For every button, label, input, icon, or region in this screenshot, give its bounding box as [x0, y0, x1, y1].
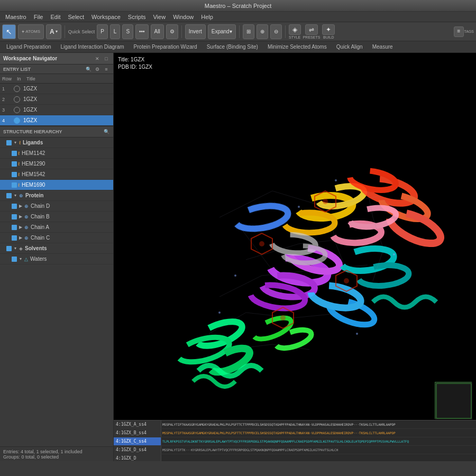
build-label: BUILD [323, 35, 334, 39]
col-row-header: Row [2, 76, 17, 81]
fit-icon: ⊞ [246, 29, 251, 34]
hier-item-chain-c[interactable]: ▶ ⊕ Chain C [0, 233, 113, 243]
presets-button[interactable]: ⇌ [305, 24, 318, 35]
invert-button[interactable]: Invert [185, 24, 206, 39]
entry-title-3: 1GZX [23, 107, 111, 113]
col-title-header: Title [26, 76, 111, 81]
hier-expand-solvents[interactable]: ▾ [13, 246, 18, 251]
l-button[interactable]: L [110, 24, 121, 39]
menu-view[interactable]: View [150, 13, 169, 21]
s-button[interactable]: S [122, 24, 133, 39]
entry-num-4: 4 [2, 118, 13, 123]
style-button[interactable]: ◈ [289, 24, 301, 35]
settings-button[interactable]: ⚙ [166, 24, 178, 39]
zoom-in-button[interactable]: ⊕ [257, 24, 268, 39]
workspace-nav-expand-icon[interactable]: □ [103, 55, 110, 62]
hier-expand-chain-c[interactable]: ▶ [18, 235, 23, 241]
svg-rect-63 [435, 382, 472, 419]
viewport[interactable]: Title: 1GZX PDB ID: 1GZX [114, 53, 476, 461]
all-button[interactable]: All [151, 24, 164, 39]
menu-bar: Maestro File Edit Select Workspace Scrip… [0, 12, 476, 22]
title-text: Maestro – Scratch Project [205, 3, 272, 9]
title-bar: Maestro – Scratch Project [0, 0, 476, 12]
tab-ligand-prep[interactable]: Ligand Preparation [2, 43, 56, 51]
hier-square-hem1542 [12, 172, 17, 177]
menu-workspace[interactable]: Workspace [88, 13, 124, 21]
p-button[interactable]: P [97, 24, 108, 39]
hier-square-chain-a [12, 225, 17, 230]
hier-item-hem1290[interactable]: ℓ HEM1290 [0, 159, 113, 169]
tab-protein-prep[interactable]: Protein Preparation Wizard [130, 43, 202, 51]
tab-measure[interactable]: Measure [368, 43, 397, 51]
dots-button[interactable]: ••• [135, 24, 149, 39]
hier-label-waters: Waters [30, 256, 111, 262]
build-button[interactable]: ✦ [322, 24, 335, 35]
hier-expand-chain-b[interactable]: ▶ [18, 214, 23, 219]
tab-ligand-interaction[interactable]: Ligand Interaction Diagram [57, 43, 129, 51]
entry-dot-2 [14, 96, 20, 103]
hier-item-ligands[interactable]: ▾ ℓ Ligands [0, 138, 113, 148]
menu-scripts[interactable]: Scripts [125, 13, 149, 21]
hier-item-chain-d[interactable]: ▶ ⊕ Chain D [0, 201, 113, 212]
tags-button[interactable]: ≡ [454, 26, 464, 37]
tab-bar: Ligand Preparation Ligand Interaction Di… [0, 41, 476, 53]
text-button[interactable]: A ▾ [46, 24, 61, 39]
status-line-2: Groups: 0 total, 0 selected [3, 454, 110, 460]
hier-square-protein [6, 193, 12, 198]
tab-surface[interactable]: Surface (Binding Site) [203, 43, 262, 51]
menu-window[interactable]: Window [170, 13, 197, 21]
entry-list-menu-icon[interactable]: ≡ [103, 66, 110, 73]
presets-label: PRESETS [303, 35, 321, 39]
hier-square-hem1690 [12, 182, 17, 188]
entry-row[interactable]: 3 1GZX [0, 105, 113, 115]
hier-item-protein[interactable]: ▾ ⊕ Protein [0, 190, 113, 201]
menu-select[interactable]: Select [65, 13, 87, 21]
select-tool-button[interactable]: ↖ [2, 24, 16, 39]
menu-maestro[interactable]: Maestro [2, 13, 30, 21]
svg-point-59 [356, 333, 358, 335]
waters-icon: △ [24, 257, 28, 262]
expand-button[interactable]: Expand▾ [208, 24, 236, 39]
hier-item-hem1142[interactable]: ℓ HEM1142 [0, 148, 113, 159]
style-label: STYLE [289, 35, 300, 39]
hier-item-solvents[interactable]: ▾ ◈ Solvents [0, 243, 113, 254]
tab-minimize[interactable]: Minimize Selected Atoms [263, 43, 331, 51]
text-dropdown-icon: ▾ [56, 29, 58, 34]
tab-quick-align[interactable]: Quick Align [332, 43, 367, 51]
hier-expand-ligands[interactable]: ▾ [13, 140, 18, 145]
entry-row[interactable]: 2 1GZX [0, 94, 113, 105]
hier-expand-chain-a[interactable]: ▶ [18, 225, 23, 230]
hier-label-hem1142: HEM1142 [22, 150, 111, 156]
hier-item-chain-b[interactable]: ▶ ⊕ Chain B [0, 212, 113, 222]
seq-row-3: 4:1GZX_D_ss4 MSSPALYTIFTK···KYGRRSALEPLA… [114, 446, 476, 454]
entry-list-search-icon[interactable]: 🔍 [85, 66, 92, 73]
entry-row-selected[interactable]: 4 1GZX [0, 115, 113, 126]
viewport-info: Title: 1GZX PDB ID: 1GZX [118, 56, 152, 71]
hier-expand-protein[interactable]: ▾ [13, 193, 18, 198]
hier-item-hem1690[interactable]: ℓ HEM1690 [0, 180, 113, 190]
entry-list-gear-icon[interactable]: ⚙ [94, 66, 101, 73]
menu-edit[interactable]: Edit [47, 13, 63, 21]
menu-help[interactable]: Help [198, 13, 216, 21]
protein-3d-view[interactable] [114, 53, 476, 461]
hier-item-waters[interactable]: ▾ △ Waters [0, 254, 113, 264]
hier-item-hem1542[interactable]: ℓ HEM1542 [0, 169, 113, 180]
entry-row[interactable]: 1 1GZX [0, 84, 113, 94]
seq-row-0: 4:1GZX_A_ss4 MSSPALYTIFTKAASGRYGAMGKYGRA… [114, 420, 476, 429]
seq-label-3: 4:1GZX_D_ss4 [114, 446, 161, 454]
hier-item-chain-a[interactable]: ▶ ⊕ Chain A [0, 222, 113, 233]
hier-expand-waters[interactable]: ▾ [18, 257, 23, 262]
add-atoms-button[interactable]: + ATOMS [18, 24, 44, 39]
fit-button[interactable]: ⊞ [243, 24, 254, 39]
seq-row-2: 4:1GZX_C_ss4 TLPLRFKPSSTVFALDKNTTKYGRRSA… [114, 437, 476, 446]
workspace-nav-close-icon[interactable]: ✕ [94, 55, 101, 62]
menu-file[interactable]: File [31, 13, 47, 21]
workspace-nav-title: Workspace Navigator [3, 56, 57, 61]
main-content: Workspace Navigator ✕ □ ENTRY LIST 🔍 ⚙ ≡… [0, 53, 476, 461]
struct-hier-search-icon[interactable]: 🔍 [103, 128, 110, 135]
hier-label-chain-a: Chain A [31, 224, 111, 230]
hier-expand-chain-d[interactable]: ▶ [18, 204, 23, 209]
zoom-out-button[interactable]: ⊖ [270, 24, 282, 39]
hier-square-chain-b [12, 214, 17, 219]
hier-square-hem1290 [12, 161, 17, 167]
